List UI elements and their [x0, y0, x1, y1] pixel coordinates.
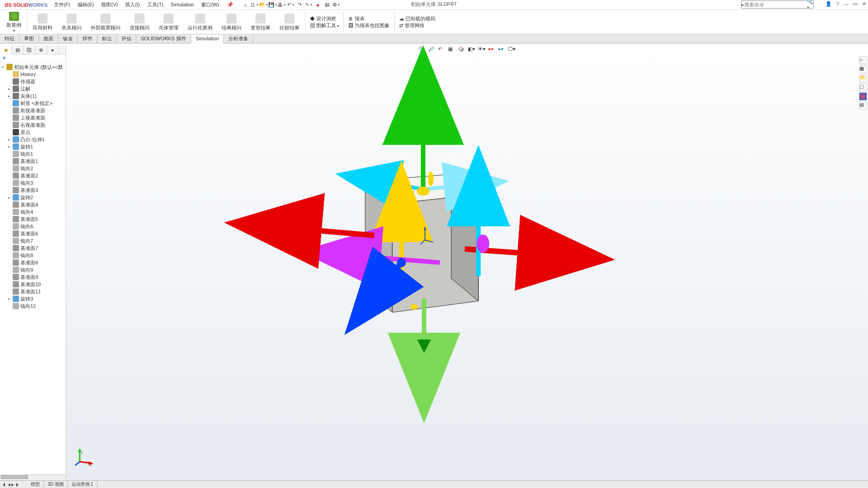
tree-item[interactable]: 镜向3	[0, 179, 66, 187]
taskpane-custom-icon[interactable]: ▤	[859, 101, 867, 110]
plot-tools-button[interactable]: ▦ 图解工具 ▾	[310, 22, 339, 29]
ribbon-运行此算例[interactable]: 运行此算例	[183, 11, 217, 33]
manage-network-button[interactable]: ⇄ 管理网络	[399, 22, 435, 29]
tree-item[interactable]: ▸旋转1	[0, 143, 66, 150]
tree-item[interactable]: 基准面5	[0, 215, 66, 223]
pin-icon[interactable]: 📌	[227, 1, 234, 9]
tree-item[interactable]: History	[0, 71, 66, 78]
tree-root[interactable]: ▾ 初始单元体 (默认<<默	[0, 63, 66, 71]
bottom-tab-0[interactable]: 模型	[27, 481, 44, 488]
new-doc-icon[interactable]: 🗋	[251, 1, 258, 9]
ribbon-连接顾问[interactable]: 连接顾问	[125, 11, 154, 33]
tree-item[interactable]: 材质 <未指定>	[0, 100, 66, 107]
taskpane-home-icon[interactable]: ⌂	[859, 56, 867, 64]
tree-item[interactable]: 基准面11	[0, 288, 66, 295]
save-icon[interactable]: 💾	[269, 1, 276, 9]
tree-item[interactable]: 原点	[0, 129, 66, 136]
tree-item[interactable]: 基准面8	[0, 259, 66, 266]
tree-item[interactable]: ▸旋转2	[0, 194, 66, 201]
tab-Simulation[interactable]: Simulation	[191, 35, 224, 43]
tree-item[interactable]: 镜向4	[0, 208, 66, 215]
search-input[interactable]	[744, 2, 807, 7]
ribbon-应用材料[interactable]: 应用材料	[28, 11, 57, 33]
btab-nav-last[interactable]: ⏵	[15, 482, 20, 488]
ribbon-结果顾问[interactable]: 结果顾问	[217, 11, 246, 33]
menu-i[interactable]: 插入(I)	[121, 1, 143, 8]
fm-tab-more[interactable]: ▸	[47, 45, 59, 54]
edit-appear-icon[interactable]: ●▾	[488, 46, 496, 54]
tree-item[interactable]: 基准面6	[0, 230, 66, 237]
home-icon[interactable]: ⌂	[242, 1, 249, 9]
tab-钣金[interactable]: 钣金	[58, 34, 78, 43]
search-dropdown-icon[interactable]: 🔍▾	[807, 0, 813, 10]
tree-item[interactable]: 镜向8	[0, 252, 66, 259]
tree-item[interactable]: 镜向9	[0, 266, 66, 273]
redo-icon[interactable]: ↷	[296, 1, 304, 9]
tree-item[interactable]: 镜向2	[0, 165, 66, 172]
tree-item[interactable]: ▸注解	[0, 85, 66, 92]
tree-item[interactable]: ▸凸台-拉伸1	[0, 136, 66, 143]
section-view-icon[interactable]: ▦	[448, 46, 456, 54]
fm-tab-property[interactable]: ▤	[12, 45, 24, 54]
tree-item[interactable]: 镜向12	[0, 302, 66, 310]
tree-item[interactable]: 右视基准面	[0, 121, 66, 129]
search-commands[interactable]: ▸ 🔍▾	[741, 0, 814, 9]
menu-v[interactable]: 视图(V)	[97, 1, 121, 8]
report-button[interactable]: 🗎 报表	[348, 15, 390, 22]
select-icon[interactable]: ↖	[305, 1, 313, 9]
fm-tab-dim[interactable]: ⊕	[35, 45, 47, 54]
tab-草图[interactable]: 草图	[19, 34, 39, 43]
taskpane-file-exp-icon[interactable]: 📁	[859, 74, 867, 82]
print-icon[interactable]: 🖶	[278, 1, 285, 9]
menu-e[interactable]: 编辑(E)	[74, 1, 98, 8]
tree-item[interactable]: 镜向6	[0, 223, 66, 230]
help-icon[interactable]: ?	[836, 1, 839, 7]
minimize-icon[interactable]: —	[844, 1, 849, 7]
taskpane-design-lib-icon[interactable]: ▦	[859, 65, 867, 73]
settings-icon[interactable]: ⚙	[333, 1, 340, 9]
ribbon-变形结果[interactable]: 变形结果	[246, 11, 275, 33]
options-icon[interactable]: ▤	[323, 1, 331, 9]
bottom-tab-2[interactable]: 运动算例 1	[68, 481, 97, 488]
design-insight-button[interactable]: ◆ 设计洞察	[310, 15, 339, 22]
close-icon[interactable]: ✕	[862, 1, 866, 7]
undo-icon[interactable]: ↶	[287, 1, 294, 9]
btab-nav-next[interactable]: ▸	[11, 482, 14, 488]
fm-hscroll[interactable]	[0, 474, 66, 480]
menu-simulation[interactable]: Simulation	[167, 1, 198, 8]
tree-item[interactable]: 传感器	[0, 78, 66, 85]
ribbon-壳体管理[interactable]: 壳体管理	[154, 11, 183, 33]
fm-tab-config[interactable]: 隐	[24, 45, 35, 54]
tab-标注[interactable]: 标注	[97, 34, 117, 43]
fm-tab-feature[interactable]: ◆	[0, 45, 12, 54]
tab-SOLIDWORKS 插件[interactable]: SOLIDWORKS 插件	[136, 34, 191, 43]
tree-item[interactable]: 基准面4	[0, 201, 66, 208]
tree-item[interactable]: 基准面3	[0, 187, 66, 194]
ribbon-夹具顾问[interactable]: 夹具顾问	[57, 11, 86, 33]
menu-w[interactable]: 窗口(W)	[198, 1, 223, 8]
tree-item[interactable]: 镜向7	[0, 237, 66, 244]
apply-scene-icon[interactable]: ●▾	[498, 46, 506, 54]
taskpane-appear-icon[interactable]	[859, 92, 867, 100]
tab-特征[interactable]: 特征	[0, 34, 19, 43]
open-doc-icon[interactable]: 📂	[260, 1, 267, 9]
maximize-icon[interactable]: ▭	[853, 1, 858, 7]
tab-评估[interactable]: 评估	[117, 34, 136, 43]
view-orient-icon[interactable]: 🎲	[458, 46, 466, 54]
orientation-triad[interactable]: y x	[75, 448, 93, 466]
tab-曲面[interactable]: 曲面	[39, 34, 58, 43]
tree-item[interactable]: 基准面10	[0, 281, 66, 288]
tab-焊件[interactable]: 焊件	[78, 34, 97, 43]
ribbon-比较结果[interactable]: 比较结果	[275, 11, 304, 33]
menu-f[interactable]: 文件(F)	[50, 1, 74, 8]
btab-nav-first[interactable]: ⏴	[2, 482, 7, 488]
tree-item[interactable]: ▸旋转3	[0, 295, 66, 302]
tree-item[interactable]: 上视基准面	[0, 114, 66, 121]
bottom-tab-1[interactable]: 3D 视图	[44, 481, 68, 488]
zoom-area-icon[interactable]: 🔎	[428, 46, 436, 54]
new-study-button[interactable]: 新算例▾	[2, 11, 26, 33]
zoom-fit-icon[interactable]: 🔍	[418, 46, 426, 54]
ribbon-外部载荷顾问[interactable]: 外部载荷顾问	[86, 11, 125, 33]
taskpane-view-pal-icon[interactable]: ▢	[859, 83, 867, 91]
tree-item[interactable]: 基准面2	[0, 172, 66, 179]
